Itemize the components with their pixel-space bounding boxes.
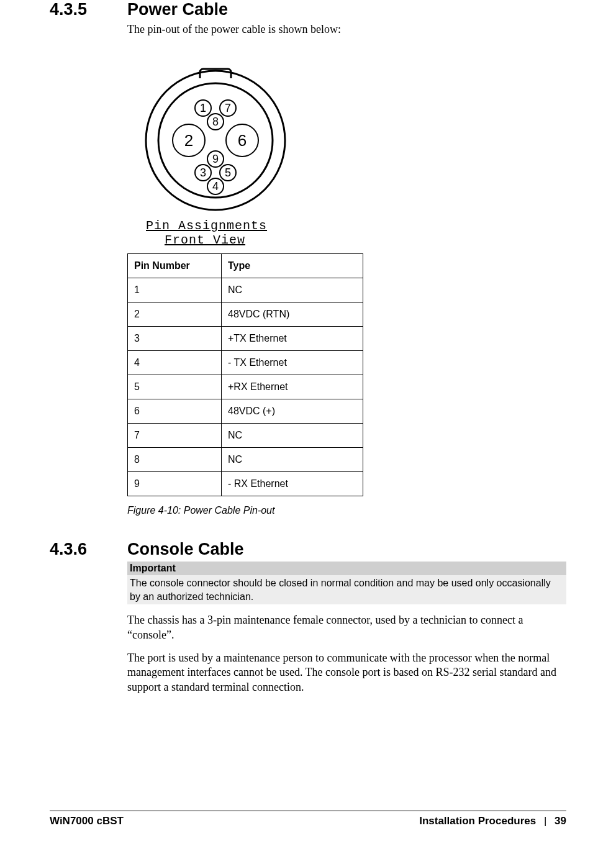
table-row: 7NC [128, 424, 363, 448]
diagram-label-2: Front View [165, 233, 566, 247]
pin-label-7: 7 [225, 102, 231, 114]
table-row: 648VDC (+) [128, 399, 363, 424]
pin-label-5: 5 [225, 166, 231, 179]
section-number: 4.3.5 [50, 0, 127, 19]
callout-heading: Important [127, 562, 566, 575]
pinout-table: Pin Number Type 1NC 248VDC (RTN) 3+TX Et… [127, 253, 363, 496]
col-header-type: Type [222, 254, 363, 278]
pin-diagram-icon: 1 7 8 2 6 9 3 5 4 [141, 66, 290, 215]
table-row: 5+RX Ethernet [128, 375, 363, 399]
page-footer: WiN7000 cBST Installation Procedures | 3… [50, 811, 566, 827]
col-header-pin: Pin Number [128, 254, 222, 278]
pin-label-6: 6 [238, 131, 247, 150]
table-row: 3+TX Ethernet [128, 327, 363, 351]
paragraph: The chassis has a 3-pin maintenance fema… [127, 613, 566, 642]
table-row: 1NC [128, 278, 363, 302]
pin-label-8: 8 [212, 116, 219, 128]
important-callout: Important The console connector should b… [127, 562, 566, 604]
table-row: 248VDC (RTN) [128, 302, 363, 327]
table-row: 8NC [128, 448, 363, 472]
table-row: 9- RX Ethernet [128, 472, 363, 496]
table-row: 4- TX Ethernet [128, 351, 363, 375]
footer-left: WiN7000 cBST [50, 815, 124, 827]
pin-label-4: 4 [212, 180, 219, 193]
section-number: 4.3.6 [50, 540, 127, 559]
callout-body: The console connector should be closed i… [127, 575, 566, 604]
page-number: 39 [555, 815, 566, 827]
pin-label-2: 2 [184, 131, 193, 150]
intro-text: The pin-out of the power cable is shown … [127, 23, 566, 36]
pin-label-3: 3 [200, 166, 206, 179]
diagram-label-1: Pin Assignments [146, 219, 566, 233]
heading-435: 4.3.5 Power Cable [50, 0, 566, 19]
diagram-caption: Pin Assignments Front View [127, 219, 566, 247]
figure-power-cable: 1 7 8 2 6 9 3 5 4 Pin Assignments Front … [127, 66, 566, 516]
pin-label-9: 9 [212, 153, 219, 165]
footer-separator: | [544, 815, 546, 827]
table-header-row: Pin Number Type [128, 254, 363, 278]
paragraph: The port is used by a maintenance person… [127, 651, 566, 694]
pin-label-1: 1 [200, 102, 206, 114]
section-title: Console Cable [127, 540, 244, 559]
section-title: Power Cable [127, 0, 228, 19]
footer-right: Installation Procedures | 39 [419, 815, 566, 827]
figure-caption: Figure 4-10: Power Cable Pin-out [127, 505, 566, 516]
heading-436: 4.3.6 Console Cable [50, 540, 566, 559]
